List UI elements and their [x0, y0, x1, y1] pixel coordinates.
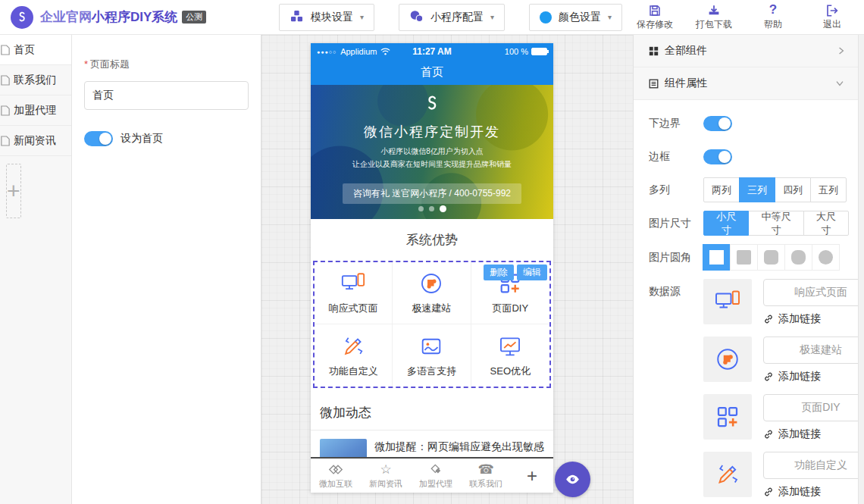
- delete-component-button[interactable]: 删除: [484, 265, 514, 280]
- datasource-item: 添加链接: [703, 394, 864, 441]
- image-radius-options: [703, 244, 840, 271]
- top-bar: 企业官网小程序DIY系统公测 模块设置 ▾ 小程序配置 ▾ 颜色设置 ▾: [0, 0, 864, 35]
- multi-language-icon: [418, 333, 444, 359]
- help-button[interactable]: ? 帮助: [753, 3, 793, 31]
- columns-row: 多列 两列 三列 四列 五列: [649, 177, 849, 202]
- advantage-cell[interactable]: 多语言支持: [393, 324, 471, 387]
- chevron-right-icon: [838, 46, 844, 55]
- bottom-margin-toggle[interactable]: [703, 116, 732, 131]
- radius-option-circle[interactable]: [812, 244, 840, 271]
- add-page-button[interactable]: +: [6, 164, 21, 218]
- save-button[interactable]: 保存修改: [635, 3, 675, 31]
- image-size-small-selected[interactable]: 小尺寸: [703, 211, 749, 236]
- save-icon: [648, 3, 662, 17]
- datasource-title-input[interactable]: [763, 279, 864, 306]
- add-link-button[interactable]: 添加链接: [763, 312, 864, 326]
- battery-icon: [531, 48, 547, 55]
- advantage-cell[interactable]: SEO优化: [471, 324, 549, 387]
- phone-preview: ●●●○○ Applidium 11:27 AM 100 % 首页 微信小程序定…: [311, 43, 553, 493]
- page-diy-icon: [703, 394, 752, 440]
- add-link-button[interactable]: 添加链接: [763, 427, 864, 441]
- sidebar-item-home[interactable]: 首页: [0, 35, 71, 65]
- datasource-title-input[interactable]: [763, 452, 864, 479]
- sidebar-item-contact[interactable]: 联系我们: [0, 65, 71, 95]
- required-mark: *: [84, 58, 88, 70]
- radius-option-square-selected[interactable]: [703, 244, 731, 271]
- download-button[interactable]: 打包下载: [694, 3, 734, 31]
- tab-add-button[interactable]: +: [511, 465, 553, 487]
- miniprogram-config-dropdown[interactable]: 小程序配置 ▾: [399, 4, 505, 31]
- edit-component-button[interactable]: 编辑: [517, 265, 547, 280]
- color-settings-dropdown[interactable]: 颜色设置 ▾: [529, 4, 622, 31]
- tab-agency[interactable]: 加盟代理: [411, 462, 461, 490]
- cubes-icon: [290, 9, 304, 26]
- header-actions: 保存修改 打包下载 ? 帮助 退出: [635, 3, 853, 31]
- bottom-margin-row: 下边界: [649, 111, 849, 136]
- inspector-scrollbar[interactable]: [858, 35, 864, 504]
- sidebar-item-agency[interactable]: 加盟代理: [0, 95, 71, 126]
- carousel-dot[interactable]: [429, 206, 434, 211]
- brand-diamond-icon: [328, 462, 343, 477]
- phone-tab-bar[interactable]: 微加互联 ☆ 新闻资讯 加盟代理 ☎ 联系我们 +: [311, 457, 553, 493]
- preview-button[interactable]: [555, 462, 590, 497]
- radius-option-1[interactable]: [730, 244, 758, 271]
- banner-component[interactable]: 微信小程序定制开发 小程序以微信8亿用户为切入点 让企业以及商家在短时间里实现提…: [311, 85, 553, 219]
- radius-option-3[interactable]: [784, 244, 812, 271]
- banner-title: 微信小程序定制开发: [311, 123, 553, 141]
- add-link-button[interactable]: 添加链接: [763, 485, 864, 499]
- add-link-button[interactable]: 添加链接: [763, 370, 864, 383]
- fast-build-icon: [418, 271, 444, 296]
- page-title-input[interactable]: [84, 81, 249, 110]
- link-icon: [763, 429, 774, 440]
- radius-option-2[interactable]: [757, 244, 785, 271]
- module-settings-dropdown[interactable]: 模块设置 ▾: [279, 4, 374, 31]
- phone-page-title: 首页: [421, 65, 443, 80]
- caret-down-icon: ▾: [608, 13, 612, 21]
- carousel-dot[interactable]: [418, 206, 424, 211]
- image-size-options: 小尺寸 中等尺寸 大尺寸: [703, 211, 849, 236]
- advantage-cell[interactable]: 响应式页面: [315, 262, 393, 324]
- columns-option-5[interactable]: 五列: [810, 177, 847, 202]
- tab-news[interactable]: ☆ 新闻资讯: [361, 462, 411, 490]
- news-section-title: 微加动态: [311, 394, 553, 430]
- ribbon-icon: [429, 462, 443, 477]
- tab-brand[interactable]: 微加互联: [311, 462, 361, 490]
- chevron-down-icon: [835, 80, 844, 86]
- sidebar-item-news[interactable]: 新闻资讯: [0, 126, 71, 156]
- advantages-grid-component-selected[interactable]: 删除 编辑 响应式页面 极速建站 页面DIY 功能自定义: [313, 261, 551, 388]
- page-icon: [1, 105, 10, 116]
- fast-build-icon: [703, 337, 752, 382]
- link-icon: [763, 314, 774, 324]
- inspector-body: 下边界 边框 多列 两列 三列 四列 五列 图片尺寸 小尺寸 中等尺寸 大尺寸: [634, 100, 864, 504]
- advantage-cell[interactable]: 功能自定义: [315, 324, 393, 387]
- custom-feature-icon: [340, 333, 366, 359]
- grid-icon: [649, 46, 659, 56]
- page-icon: [1, 136, 10, 146]
- image-size-large[interactable]: 大尺寸: [803, 211, 849, 236]
- list-doc-icon: [649, 79, 659, 89]
- border-toggle[interactable]: [703, 149, 732, 164]
- component-props-header[interactable]: 组件属性: [634, 67, 864, 100]
- columns-option-3-selected[interactable]: 三列: [739, 177, 775, 202]
- columns-option-4[interactable]: 四列: [775, 177, 811, 202]
- set-home-toggle[interactable]: [84, 131, 113, 146]
- link-icon: [763, 371, 774, 382]
- phone-nav-bar: 首页: [311, 60, 553, 85]
- datasource-title-input[interactable]: [763, 337, 864, 364]
- datasource-row: 数据源 添加链接: [649, 279, 849, 504]
- tab-contact[interactable]: ☎ 联系我们: [461, 462, 511, 490]
- columns-option-2[interactable]: 两列: [703, 177, 740, 202]
- phone-status-bar: ●●●○○ Applidium 11:27 AM 100 %: [311, 43, 553, 60]
- datasource-item: 添加链接: [703, 452, 864, 499]
- advantage-cell[interactable]: 极速建站: [393, 262, 471, 324]
- banner-cta-pill: 咨询有礼 送官网小程序 / 400-0755-992: [343, 183, 521, 204]
- image-size-medium[interactable]: 中等尺寸: [748, 211, 803, 236]
- datasource-title-input[interactable]: [763, 394, 864, 421]
- header-dropdowns: 模块设置 ▾ 小程序配置 ▾ 颜色设置 ▾: [279, 4, 622, 31]
- set-home-row: 设为首页: [84, 131, 249, 146]
- carousel-dot-active[interactable]: [440, 205, 446, 212]
- brand: 企业官网小程序DIY系统公测: [11, 6, 206, 29]
- exit-button[interactable]: 退出: [812, 3, 852, 31]
- app-logo-icon: [11, 6, 33, 29]
- all-components-header[interactable]: 全部组件: [634, 35, 864, 67]
